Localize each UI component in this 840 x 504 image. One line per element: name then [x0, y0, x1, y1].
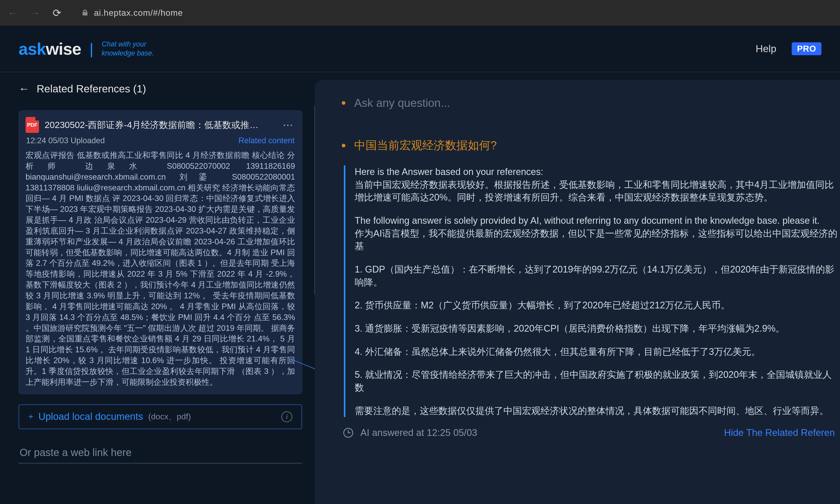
pdf-icon: PDF — [25, 117, 39, 133]
hide-references-link[interactable]: Hide The Related Referen — [724, 427, 840, 438]
logo-wise: wise — [46, 39, 81, 58]
answer-p10: 需要注意的是，这些数据仅仅提供了中国宏观经济状况的整体情况，具体数据可能因不同时… — [355, 404, 840, 417]
upload-documents-button[interactable]: + Upload local documents (docx、pdf) i — [19, 404, 302, 429]
lock-icon: 🔒︎ — [81, 8, 89, 17]
bullet-icon — [342, 101, 345, 105]
related-content-link[interactable]: Related content — [238, 136, 294, 145]
tagline: Chat with your knowledge base. — [102, 40, 154, 58]
back-arrow-icon[interactable]: ← — [19, 83, 30, 95]
refs-title: Related References (1) — [37, 83, 146, 95]
nav-arrows: ← → ⟳ — [7, 7, 61, 19]
address-bar[interactable]: 🔒︎ ai.heptax.com/#/home — [71, 8, 833, 18]
bullet-icon — [342, 144, 345, 147]
upload-timestamp: 12:24 05/03 Uploaded — [26, 136, 105, 145]
forward-icon[interactable]: → — [30, 7, 40, 19]
help-link[interactable]: Help — [755, 43, 776, 54]
app-header: askwise | Chat with your knowledge base.… — [0, 26, 840, 72]
answer-footer: AI answered at 12:25 05/03 Hide The Rela… — [343, 427, 840, 438]
answered-timestamp: AI answered at 12:25 05/03 — [360, 427, 477, 438]
main: ← Related References (1) PDF 20230502-西部… — [0, 72, 840, 504]
clock-icon — [343, 428, 353, 438]
chat-panel: Ask any question... 中国当前宏观经济数据如何? Here i… — [315, 80, 840, 504]
logo-divider: | — [89, 40, 93, 58]
question-row: 中国当前宏观经济数据如何? — [342, 138, 840, 153]
pro-badge[interactable]: PRO — [792, 42, 821, 55]
answer-p3: The following answer is solely provided … — [355, 214, 840, 253]
answer-p7: 3. 通货膨胀：受新冠疫情等因素影响，2020年CPI（居民消费价格指数）出现下… — [355, 322, 840, 335]
ask-input-row[interactable]: Ask any question... — [342, 96, 840, 109]
answer-block: Here is the Answer based on your referen… — [344, 165, 840, 417]
plus-icon: + — [29, 412, 33, 421]
reference-card[interactable]: PDF 20230502-西部证券-4月经济数据前瞻：低基数或推… ⋯ 12:2… — [19, 110, 302, 394]
answer-p5: 1. GDP（国内生产总值）：在不断增长，达到了2019年的99.2万亿元（14… — [355, 263, 840, 289]
paste-link-input[interactable]: Or paste a web link here — [19, 444, 302, 464]
paste-placeholder: Or paste a web link here — [20, 447, 132, 458]
tagline-line1: Chat with your — [102, 40, 154, 49]
browser-chrome: ← → ⟳ 🔒︎ ai.heptax.com/#/home — [0, 0, 840, 26]
url-text: ai.heptax.com/#/home — [94, 8, 183, 18]
references-panel: ← Related References (1) PDF 20230502-西部… — [0, 72, 315, 504]
answer-p6: 2. 货币供应量：M2（广义货币供应量）大幅增长，到了2020年已经超过212万… — [355, 299, 840, 312]
refs-header: ← Related References (1) — [19, 83, 302, 95]
ask-placeholder: Ask any question... — [354, 96, 450, 109]
answer-p1: Here is the Answer based on your referen… — [355, 165, 840, 204]
question-text: 中国当前宏观经济数据如何? — [354, 138, 497, 153]
reference-title: 20230502-西部证券-4月经济数据前瞻：低基数或推… — [44, 119, 275, 131]
back-icon[interactable]: ← — [7, 7, 18, 19]
answer-p8: 4. 外汇储备：虽然总体上来说外汇储备仍然很大，但其总量有所下降，目前已经低于了… — [355, 345, 840, 358]
upload-formats: (docx、pdf) — [148, 411, 191, 422]
more-icon[interactable]: ⋯ — [281, 119, 295, 131]
reload-icon[interactable]: ⟳ — [53, 7, 61, 19]
answer-p9: 5. 就业情况：尽管疫情给经济带来了巨大的冲击，但中国政府实施了积极的就业政策，… — [355, 368, 840, 394]
logo-ask: ask — [19, 39, 46, 58]
logo[interactable]: askwise | Chat with your knowledge base. — [19, 39, 154, 58]
upload-label: Upload local documents — [38, 411, 143, 422]
reference-excerpt: 宏观点评报告 低基数或推高工业和零售同比 4 月经济数据前瞻 核心结论 分析师 … — [25, 150, 295, 388]
tagline-line2: knowledge base. — [102, 49, 154, 58]
info-icon[interactable]: i — [281, 411, 292, 422]
